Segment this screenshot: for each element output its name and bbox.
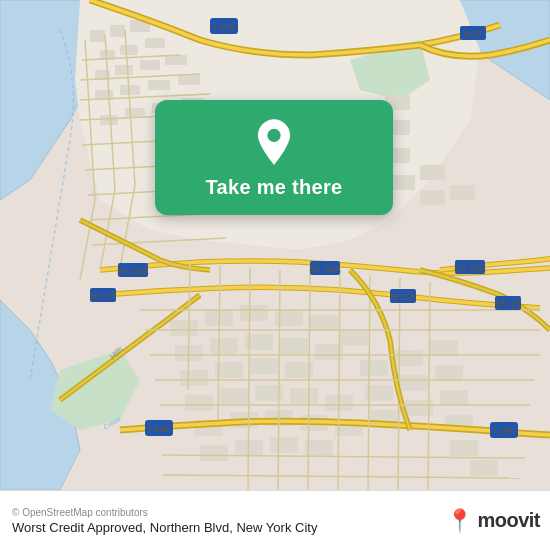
svg-rect-59 [430, 340, 458, 356]
svg-rect-33 [390, 175, 415, 190]
map-container: I 278 GCP NY 25 NY 25A NY 25A NY 25A NY … [0, 0, 550, 490]
svg-rect-37 [170, 320, 198, 336]
svg-rect-18 [120, 85, 140, 95]
svg-text:NY 25: NY 25 [91, 291, 116, 301]
svg-rect-19 [148, 80, 170, 90]
svg-rect-55 [290, 388, 318, 404]
svg-rect-16 [165, 55, 187, 65]
svg-rect-71 [200, 445, 228, 461]
svg-text:NY 25A: NY 25A [117, 266, 149, 276]
svg-rect-61 [400, 375, 428, 391]
svg-rect-46 [280, 338, 308, 354]
svg-rect-62 [435, 365, 463, 381]
svg-rect-42 [340, 330, 368, 346]
svg-rect-52 [185, 395, 213, 411]
svg-rect-65 [440, 390, 468, 406]
svg-rect-20 [178, 75, 200, 85]
svg-text:NY 25A: NY 25A [454, 263, 486, 273]
svg-rect-21 [100, 115, 118, 125]
svg-text:GCP: GCP [463, 29, 483, 39]
svg-rect-41 [310, 315, 338, 331]
svg-rect-36 [450, 185, 475, 200]
svg-rect-77 [470, 460, 498, 476]
svg-text:I 278: I 278 [214, 22, 234, 32]
svg-rect-15 [140, 60, 160, 70]
svg-rect-34 [420, 165, 445, 180]
location-label: Worst Credit Approved, Northern Blvd, Ne… [12, 520, 317, 535]
svg-text:I 495: I 495 [149, 424, 169, 434]
svg-text:I 495: I 495 [494, 426, 514, 436]
svg-rect-12 [145, 38, 165, 48]
svg-rect-44 [210, 338, 238, 354]
svg-rect-48 [180, 370, 208, 386]
svg-rect-50 [250, 358, 278, 374]
svg-rect-57 [360, 360, 388, 376]
osm-attribution: © OpenStreetMap contributors [12, 507, 317, 518]
svg-rect-74 [305, 440, 333, 456]
svg-rect-53 [220, 388, 248, 404]
moovit-logo: 📍 moovit [446, 508, 540, 534]
bottom-bar: © OpenStreetMap contributors Worst Credi… [0, 490, 550, 550]
svg-text:NY 25: NY 25 [496, 299, 521, 309]
svg-rect-8 [110, 25, 125, 37]
svg-rect-39 [240, 305, 268, 321]
svg-rect-7 [90, 30, 105, 42]
location-pin-icon [250, 118, 298, 166]
svg-rect-73 [270, 437, 298, 453]
svg-rect-11 [120, 45, 138, 55]
location-card: Take me there [155, 100, 393, 215]
svg-point-100 [267, 129, 280, 142]
svg-rect-14 [115, 65, 133, 75]
svg-text:NY 25A: NY 25A [309, 264, 341, 274]
bottom-left-info: © OpenStreetMap contributors Worst Credi… [12, 507, 317, 535]
svg-rect-35 [420, 190, 445, 205]
svg-text:NY 25: NY 25 [391, 292, 416, 302]
moovit-brand-text: moovit [477, 509, 540, 532]
moovit-pin-icon: 📍 [446, 508, 473, 534]
take-me-there-button[interactable]: Take me there [206, 176, 343, 199]
svg-rect-76 [450, 440, 478, 456]
